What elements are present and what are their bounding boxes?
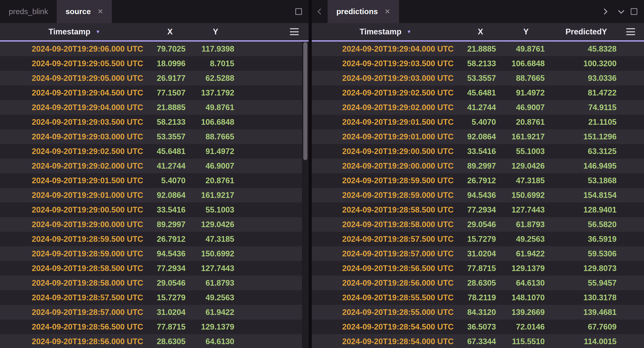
- cell-number[interactable]: 100.3200: [550, 56, 622, 71]
- cell-number[interactable]: 29.0546: [149, 276, 191, 290]
- cell-number[interactable]: 148.1070: [502, 290, 550, 305]
- cell-number[interactable]: 36.5919: [550, 232, 622, 246]
- table-row[interactable]: 2024-09-20T19:28:58.500 UTC77.2934127.74…: [312, 202, 644, 217]
- cell-timestamp[interactable]: 2024-09-20T19:29:05.500 UTC: [0, 56, 149, 71]
- cell-number[interactable]: 28.6305: [149, 334, 191, 348]
- table-row[interactable]: 2024-09-20T19:28:59.000 UTC94.5436150.69…: [312, 188, 644, 202]
- cell-number[interactable]: 146.9495: [550, 159, 622, 173]
- table-row[interactable]: 2024-09-20T19:29:04.000 UTC21.888549.876…: [312, 42, 644, 56]
- table-row[interactable]: 2024-09-20T19:29:01.000 UTC92.0864161.92…: [0, 188, 302, 202]
- cell-timestamp[interactable]: 2024-09-20T19:28:56.000 UTC: [312, 276, 459, 290]
- table-row[interactable]: 2024-09-20T19:28:58.000 UTC29.054661.879…: [312, 217, 644, 232]
- cell-timestamp[interactable]: 2024-09-20T19:29:02.500 UTC: [312, 85, 459, 100]
- cell-timestamp[interactable]: 2024-09-20T19:29:00.500 UTC: [0, 202, 149, 217]
- cell-number[interactable]: 91.4972: [502, 85, 550, 100]
- cell-number[interactable]: 161.9217: [502, 129, 550, 144]
- cell-number[interactable]: 56.5820: [550, 217, 622, 232]
- cell-number[interactable]: 94.5436: [149, 246, 191, 261]
- cell-number[interactable]: 53.1868: [550, 173, 622, 188]
- cell-number[interactable]: 117.9398: [191, 42, 240, 56]
- cell-number[interactable]: 154.8154: [550, 188, 622, 202]
- tab-preds-blink[interactable]: preds_blink: [0, 0, 57, 23]
- tabs-scroll-right-button[interactable]: [597, 0, 613, 23]
- table-row[interactable]: 2024-09-20T19:29:04.500 UTC77.1507137.17…: [0, 85, 302, 100]
- table-row[interactable]: 2024-09-20T19:28:56.500 UTC77.8715129.13…: [312, 261, 644, 276]
- cell-number[interactable]: 41.2744: [459, 100, 502, 115]
- tabs-overflow-button[interactable]: [613, 0, 629, 23]
- cell-number[interactable]: 74.9115: [550, 100, 622, 115]
- close-icon[interactable]: ✕: [385, 8, 391, 15]
- cell-number[interactable]: 106.6848: [191, 115, 240, 129]
- table-row[interactable]: 2024-09-20T19:28:57.500 UTC15.727949.256…: [312, 232, 644, 246]
- cell-number[interactable]: 77.1507: [149, 85, 191, 100]
- cell-number[interactable]: 15.7279: [459, 232, 502, 246]
- table-row[interactable]: 2024-09-20T19:29:01.500 UTC5.407020.8761…: [312, 115, 644, 129]
- cell-number[interactable]: 31.0204: [149, 305, 191, 320]
- cell-number[interactable]: 88.7665: [502, 71, 550, 85]
- cell-number[interactable]: 93.0336: [550, 71, 622, 85]
- cell-timestamp[interactable]: 2024-09-20T19:29:03.500 UTC: [312, 56, 459, 71]
- tabs-scroll-left-button[interactable]: [312, 0, 328, 23]
- table-row[interactable]: 2024-09-20T19:28:57.500 UTC15.727949.256…: [0, 290, 302, 305]
- maximize-icon[interactable]: [631, 8, 637, 15]
- table-row[interactable]: 2024-09-20T19:29:05.000 UTC26.917762.528…: [0, 71, 302, 85]
- table-row[interactable]: 2024-09-20T19:28:55.500 UTC78.2119148.10…: [312, 290, 644, 305]
- cell-number[interactable]: 62.5288: [191, 71, 240, 85]
- table-row[interactable]: 2024-09-20T19:28:57.000 UTC31.020461.942…: [312, 246, 644, 261]
- table-menu-button[interactable]: [287, 23, 302, 40]
- cell-timestamp[interactable]: 2024-09-20T19:28:57.500 UTC: [312, 232, 459, 246]
- table-row[interactable]: 2024-09-20T19:29:00.000 UTC89.2997129.04…: [0, 217, 302, 232]
- table-row[interactable]: 2024-09-20T19:28:59.500 UTC26.791247.318…: [0, 232, 302, 246]
- cell-number[interactable]: 49.8761: [502, 42, 550, 56]
- cell-number[interactable]: 72.0146: [502, 320, 550, 334]
- tab-source[interactable]: source ✕: [57, 0, 112, 23]
- table-row[interactable]: 2024-09-20T19:28:56.500 UTC77.8715129.13…: [0, 320, 302, 334]
- cell-number[interactable]: 115.5510: [502, 334, 550, 348]
- cell-number[interactable]: 63.3125: [550, 144, 622, 159]
- table-row[interactable]: 2024-09-20T19:28:54.000 UTC67.3344115.55…: [312, 334, 644, 348]
- cell-timestamp[interactable]: 2024-09-20T19:29:05.000 UTC: [0, 71, 149, 85]
- cell-number[interactable]: 55.9457: [550, 276, 622, 290]
- cell-number[interactable]: 36.5073: [459, 320, 502, 334]
- cell-number[interactable]: 5.4070: [459, 115, 502, 129]
- cell-number[interactable]: 137.1792: [191, 85, 240, 100]
- cell-number[interactable]: 64.6130: [191, 334, 240, 348]
- cell-number[interactable]: 33.5416: [149, 202, 191, 217]
- table-row[interactable]: 2024-09-20T19:29:05.500 UTC18.09968.7015: [0, 56, 302, 71]
- cell-number[interactable]: 161.9217: [191, 188, 240, 202]
- cell-number[interactable]: 8.7015: [191, 56, 240, 71]
- cell-number[interactable]: 139.2669: [502, 305, 550, 320]
- cell-timestamp[interactable]: 2024-09-20T19:28:56.500 UTC: [312, 261, 459, 276]
- cell-number[interactable]: 33.5416: [459, 144, 502, 159]
- cell-number[interactable]: 29.0546: [459, 217, 502, 232]
- cell-timestamp[interactable]: 2024-09-20T19:28:59.500 UTC: [0, 232, 149, 246]
- table-row[interactable]: 2024-09-20T19:29:02.500 UTC45.648191.497…: [312, 85, 644, 100]
- table-row[interactable]: 2024-09-20T19:29:03.000 UTC53.355788.766…: [0, 129, 302, 144]
- cell-number[interactable]: 26.7912: [459, 173, 502, 188]
- cell-timestamp[interactable]: 2024-09-20T19:29:06.000 UTC: [0, 42, 149, 56]
- cell-number[interactable]: 21.8885: [459, 42, 502, 56]
- cell-timestamp[interactable]: 2024-09-20T19:28:59.000 UTC: [0, 246, 149, 261]
- cell-number[interactable]: 151.1296: [550, 129, 622, 144]
- cell-timestamp[interactable]: 2024-09-20T19:29:02.000 UTC: [312, 100, 459, 115]
- cell-number[interactable]: 106.6848: [502, 56, 550, 71]
- cell-timestamp[interactable]: 2024-09-20T19:29:01.000 UTC: [312, 129, 459, 144]
- maximize-icon[interactable]: [295, 8, 302, 15]
- cell-number[interactable]: 61.8793: [502, 217, 550, 232]
- cell-timestamp[interactable]: 2024-09-20T19:28:58.500 UTC: [312, 202, 459, 217]
- cell-number[interactable]: 127.7443: [502, 202, 550, 217]
- cell-timestamp[interactable]: 2024-09-20T19:28:54.500 UTC: [312, 320, 459, 334]
- cell-timestamp[interactable]: 2024-09-20T19:29:02.000 UTC: [0, 159, 149, 173]
- cell-timestamp[interactable]: 2024-09-20T19:29:03.000 UTC: [0, 129, 149, 144]
- cell-timestamp[interactable]: 2024-09-20T19:28:56.000 UTC: [0, 334, 149, 348]
- cell-number[interactable]: 89.2997: [149, 217, 191, 232]
- cell-timestamp[interactable]: 2024-09-20T19:29:03.000 UTC: [312, 71, 459, 85]
- cell-number[interactable]: 129.1379: [191, 320, 240, 334]
- cell-number[interactable]: 139.4681: [550, 305, 622, 320]
- cell-timestamp[interactable]: 2024-09-20T19:29:00.500 UTC: [312, 144, 459, 159]
- cell-timestamp[interactable]: 2024-09-20T19:28:55.000 UTC: [312, 305, 459, 320]
- cell-number[interactable]: 21.1105: [550, 115, 622, 129]
- cell-number[interactable]: 49.2563: [191, 290, 240, 305]
- table-row[interactable]: 2024-09-20T19:28:59.000 UTC94.5436150.69…: [0, 246, 302, 261]
- cell-number[interactable]: 59.5306: [550, 246, 622, 261]
